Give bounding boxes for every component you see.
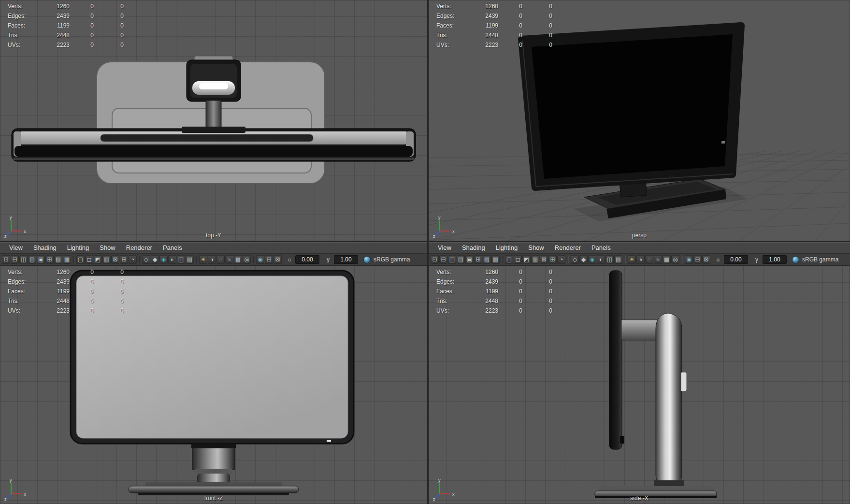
menu-shading[interactable]: Shading [457,243,490,253]
ambient-occlusion-icon[interactable]: ◌ [645,255,653,264]
use-all-lights-icon[interactable]: ☀ [628,255,636,264]
isolate-select-icon[interactable]: ◉ [685,255,693,264]
gamma-field[interactable]: 1.00 [334,255,358,264]
menu-lighting[interactable]: Lighting [490,243,523,253]
viewport-front[interactable]: Verts: 1260 0 0 Edges: 2439 0 0 Faces: 1… [0,266,427,504]
motion-blur-icon[interactable]: ≈ [225,255,233,264]
grid-toggle-icon[interactable]: ▦ [491,255,500,264]
stat-label: Tris: [436,296,473,306]
film-gate-icon[interactable]: ▢ [76,255,85,264]
exposure-field[interactable]: 0.00 [295,255,319,264]
menu-panels[interactable]: Panels [158,243,187,253]
lock-camera-icon[interactable]: ⊟ [11,255,19,264]
viewport-top[interactable]: Verts: 1260 0 0 Edges: 2439 0 0 Faces: 1… [0,0,427,241]
use-default-material-icon[interactable]: ◐ [168,255,176,264]
stat-extra-count-2: 0 [522,30,552,40]
2d-pan-zoom-icon[interactable]: ⊞ [45,255,54,264]
safe-action-icon[interactable]: ⊠ [540,255,548,264]
wireframe-on-shaded-icon[interactable]: ◫ [177,255,185,264]
safe-title-icon[interactable]: ⊞ [548,255,557,264]
select-camera-icon[interactable]: ⊡ [2,255,10,264]
image-plane-icon[interactable]: ▣ [37,255,45,264]
stat-extra-count-2: 0 [522,306,552,316]
bookmarks-icon[interactable]: ▤ [457,255,465,264]
wireframe-icon[interactable]: ◇ [142,255,150,264]
stat-value: 2439 [473,11,498,21]
film-gate-icon[interactable]: ▢ [505,255,513,264]
shaded-icon[interactable]: ◆ [151,255,159,264]
frame-rate-icon[interactable]: ◔ [129,255,137,264]
menu-view[interactable]: View [4,243,28,253]
exposure-icon[interactable]: ☼ [285,255,294,264]
anti-aliasing-icon[interactable]: ▩ [234,255,242,264]
stat-row: UVs: 2223 0 0 [8,306,124,316]
stat-extra-count-1: 0 [498,306,522,316]
color-management-icon[interactable] [363,256,371,263]
2d-pan-zoom-icon[interactable]: ⊞ [474,255,482,264]
menu-panels[interactable]: Panels [586,243,616,253]
use-default-material-icon[interactable]: ◐ [597,255,605,264]
textured-icon[interactable]: ◈ [159,255,168,264]
depth-of-field-icon[interactable]: ◎ [671,255,679,264]
anti-aliasing-icon[interactable]: ▩ [663,255,671,264]
camera-attributes-icon[interactable]: ◫ [19,255,28,264]
gate-mask-icon[interactable]: ◩ [94,255,102,264]
lock-camera-icon[interactable]: ⊟ [439,255,447,264]
gamma-field[interactable]: 1.00 [763,255,787,264]
split-view-icon[interactable]: ⊟ [265,255,273,264]
stat-row: UVs: 2223 0 0 [8,40,124,50]
safe-title-icon[interactable]: ⊞ [120,255,128,264]
xray-icon[interactable]: ▧ [614,255,622,264]
motion-blur-icon[interactable]: ≈ [654,255,662,264]
safe-action-icon[interactable]: ⊠ [111,255,119,264]
camera-attributes-icon[interactable]: ◫ [448,255,456,264]
select-camera-icon[interactable]: ⊡ [431,255,439,264]
grease-pencil-icon[interactable]: ▨ [483,255,491,264]
shadows-icon[interactable]: ◑ [208,255,216,264]
viewport-persp[interactable]: Verts: 1260 0 0 Edges: 2439 0 0 Faces: 1… [429,0,850,241]
exposure-icon[interactable]: ☼ [714,255,722,264]
snapshot-icon[interactable]: ⊠ [702,255,710,264]
grid-toggle-icon[interactable]: ▦ [63,255,71,264]
stat-label: UVs: [8,306,44,316]
gamma-icon[interactable]: γ [752,255,761,264]
color-management-icon[interactable] [792,256,799,263]
shaded-icon[interactable]: ◆ [579,255,588,264]
menu-view[interactable]: View [432,243,457,253]
bookmarks-icon[interactable]: ▤ [28,255,36,264]
stat-value: 1260 [44,1,70,11]
field-chart-icon[interactable]: ▥ [102,255,111,264]
stat-value: 1199 [44,21,70,30]
resolution-gate-icon[interactable]: ◻ [85,255,93,264]
menu-lighting[interactable]: Lighting [62,243,95,253]
menu-renderer[interactable]: Renderer [549,243,586,253]
xray-icon[interactable]: ▧ [186,255,194,264]
field-chart-icon[interactable]: ▥ [531,255,539,264]
wireframe-icon[interactable]: ◇ [571,255,579,264]
stat-row: Faces: 1199 0 0 [8,287,124,296]
snapshot-icon[interactable]: ⊠ [274,255,282,264]
wireframe-on-shaded-icon[interactable]: ◫ [605,255,614,264]
stat-value: 1199 [44,287,70,296]
panel-toolbar: ⊡ ⊟ ◫ ▤ ▣ ⊞ ▨ ▦ ▢ ◻ ◩ ▥ ⊠ ⊞ ◔ ◇ ◆ ◈ ◐ ◫ … [429,254,850,266]
stat-extra-count-2: 0 [522,296,552,306]
resolution-gate-icon[interactable]: ◻ [514,255,522,264]
gate-mask-icon[interactable]: ◩ [522,255,531,264]
depth-of-field-icon[interactable]: ◎ [243,255,251,264]
split-view-icon[interactable]: ⊟ [693,255,702,264]
menu-shading[interactable]: Shading [28,243,62,253]
exposure-field[interactable]: 0.00 [724,255,748,264]
menu-show[interactable]: Show [94,243,121,253]
textured-icon[interactable]: ◈ [588,255,596,264]
frame-rate-icon[interactable]: ◔ [557,255,565,264]
image-plane-icon[interactable]: ▣ [465,255,474,264]
grease-pencil-icon[interactable]: ▨ [54,255,62,264]
isolate-select-icon[interactable]: ◉ [256,255,264,264]
gamma-icon[interactable]: γ [324,255,332,264]
menu-renderer[interactable]: Renderer [121,243,158,253]
shadows-icon[interactable]: ◑ [636,255,645,264]
viewport-side[interactable]: Verts: 1260 0 0 Edges: 2439 0 0 Faces: 1… [429,266,850,504]
use-all-lights-icon[interactable]: ☀ [199,255,207,264]
ambient-occlusion-icon[interactable]: ◌ [216,255,225,264]
menu-show[interactable]: Show [523,243,549,253]
